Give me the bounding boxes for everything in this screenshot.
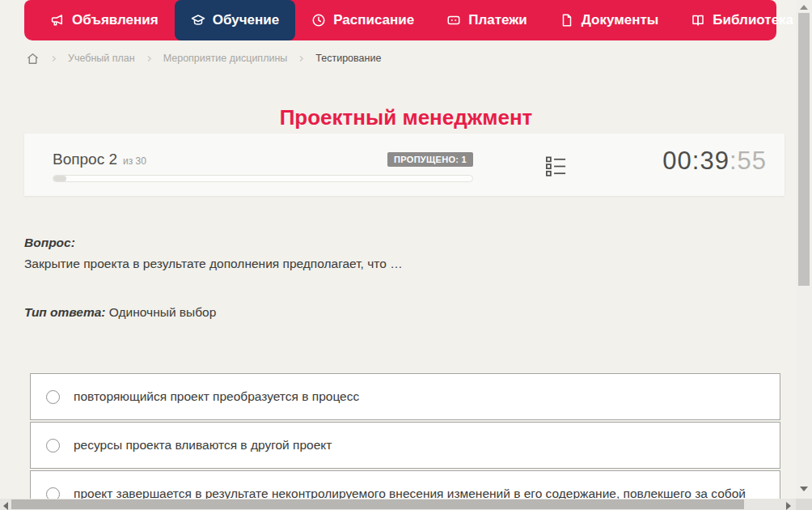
answer-type-value: Одиночный выбор <box>109 305 217 319</box>
nav-item-label: Обучение <box>213 12 279 28</box>
main-navbar: Объявления Обучение Расписание Платежи Д… <box>24 0 776 40</box>
test-timer: 00:39:55 <box>662 147 767 176</box>
breadcrumb-item-testing: Тестирование <box>315 53 381 64</box>
chevron-right-icon <box>146 55 153 62</box>
scroll-down-arrow[interactable] <box>800 487 808 491</box>
question-progress-block: Вопрос 2 из 30 ПРОПУЩЕНО: 1 <box>53 151 473 182</box>
nav-item-library[interactable]: Библиотека <box>675 0 812 40</box>
radio-button[interactable] <box>46 439 60 453</box>
answer-option-label: ресурсы проекта вливаются в другой проек… <box>74 438 343 453</box>
scrollbar-corner <box>796 499 812 510</box>
clock-icon <box>311 13 326 28</box>
nav-item-documents[interactable]: Документы <box>543 0 675 40</box>
nav-item-payments[interactable]: Платежи <box>430 0 543 40</box>
breadcrumb-item-study-plan[interactable]: Учебный план <box>68 53 135 64</box>
nav-item-learning[interactable]: Обучение <box>175 0 295 40</box>
timer-main: 00:39 <box>662 147 730 175</box>
graduation-cap-icon <box>191 13 205 28</box>
answer-options: повторяющийся проект преобразуется в про… <box>30 373 780 510</box>
horizontal-scrollbar[interactable] <box>0 499 796 510</box>
nav-item-label: Объявления <box>72 12 159 28</box>
timer-seconds: :55 <box>730 147 767 175</box>
nav-item-announcements[interactable]: Объявления <box>34 0 175 40</box>
answer-option-1[interactable]: повторяющийся проект преобразуется в про… <box>30 373 780 420</box>
horizontal-scrollbar-thumb[interactable] <box>11 499 744 509</box>
question-header-card: Вопрос 2 из 30 ПРОПУЩЕНО: 1 00:39:55 <box>24 134 785 196</box>
chevron-right-icon <box>50 55 57 62</box>
nav-item-label: Документы <box>582 12 659 28</box>
question-heading: Вопрос: <box>24 236 75 250</box>
question-text: Закрытие проекта в результате дополнения… <box>24 257 403 271</box>
nav-item-label: Платежи <box>468 12 527 28</box>
library-book-icon <box>691 13 705 28</box>
vertical-scrollbar[interactable] <box>796 0 812 499</box>
home-icon[interactable] <box>26 52 40 66</box>
answer-type-label: Тип ответа: <box>24 305 106 319</box>
nav-item-label: Библиотека <box>713 12 793 28</box>
vertical-scrollbar-thumb[interactable] <box>798 13 810 286</box>
radio-button[interactable] <box>46 390 60 404</box>
answer-type: Тип ответа: Одиночный выбор <box>24 305 216 320</box>
scroll-up-arrow[interactable] <box>800 5 808 10</box>
chevron-right-icon <box>298 55 305 62</box>
megaphone-icon <box>50 13 65 28</box>
progress-fill <box>53 176 66 181</box>
nav-item-label: Расписание <box>333 12 414 28</box>
skipped-badge: ПРОПУЩЕНО: 1 <box>387 152 473 167</box>
question-list-button[interactable] <box>544 155 568 178</box>
answer-option-2[interactable]: ресурсы проекта вливаются в другой проек… <box>30 422 780 469</box>
nav-item-schedule[interactable]: Расписание <box>295 0 430 40</box>
scroll-left-arrow[interactable] <box>3 502 8 510</box>
scroll-right-arrow[interactable] <box>786 502 791 510</box>
answer-option-label: повторяющийся проект преобразуется в про… <box>74 389 370 404</box>
progress-bar <box>53 175 473 182</box>
breadcrumb-item-discipline-event[interactable]: Мероприятие дисциплины <box>163 53 288 64</box>
breadcrumb: Учебный план Мероприятие дисциплины Тест… <box>26 49 381 67</box>
page-title: Проектный менеджмент <box>0 105 812 130</box>
payment-card-icon <box>446 13 461 28</box>
question-number: Вопрос 2 <box>53 151 117 168</box>
question-total: из 30 <box>123 155 146 167</box>
document-icon <box>560 13 574 28</box>
